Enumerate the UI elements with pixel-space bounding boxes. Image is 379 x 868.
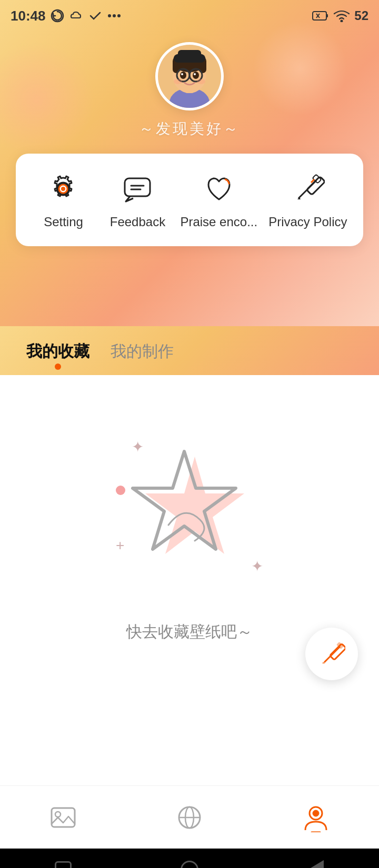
sync-icon — [50, 8, 65, 23]
username: ～发现美好～ — [139, 119, 240, 139]
checkmark-icon — [88, 8, 103, 23]
sparkle-tl: ✦ — [132, 438, 144, 456]
square-btn — [55, 861, 72, 868]
nav-explore[interactable] — [127, 786, 252, 849]
privacy-label: Privacy Policy — [268, 215, 347, 229]
feedback-action[interactable]: Feedback — [106, 170, 169, 229]
profile-nav-icon — [301, 803, 331, 832]
feedback-icon-wrap — [119, 170, 156, 207]
top-section: 10:48 — [0, 0, 379, 337]
svg-point-23 — [181, 73, 183, 75]
time-display: 10:48 — [11, 8, 46, 24]
battery-level: 52 — [354, 8, 368, 23]
wifi-icon — [333, 9, 350, 22]
praise-icon-wrap — [201, 170, 237, 207]
svg-rect-33 — [306, 176, 325, 195]
tabs-section: 我的收藏 我的制作 ✦ ✦ + — [0, 326, 379, 785]
svg-point-8 — [341, 20, 343, 23]
circle-btn — [181, 861, 198, 868]
fab-pencil-icon — [318, 640, 345, 668]
pencil-icon — [291, 172, 325, 206]
svg-point-25 — [174, 79, 182, 84]
svg-rect-30 — [125, 178, 150, 196]
status-right: 52 — [312, 8, 368, 23]
svg-marker-37 — [145, 457, 244, 554]
dots-icon — [107, 8, 122, 23]
blob2 — [253, 21, 347, 116]
pink-dot — [116, 486, 125, 495]
privacy-icon-wrap — [290, 170, 326, 207]
svg-point-48 — [313, 810, 319, 816]
feedback-label: Feedback — [110, 215, 165, 229]
status-bar: 10:48 — [0, 0, 379, 32]
android-nav — [0, 849, 379, 868]
svg-rect-5 — [326, 14, 328, 17]
gallery-nav-icon — [48, 803, 78, 832]
praise-action[interactable]: Praise enco... — [180, 170, 257, 229]
svg-point-22 — [193, 72, 199, 79]
nav-gallery[interactable] — [1, 786, 126, 849]
svg-rect-4 — [313, 12, 326, 20]
empty-text: 快去收藏壁纸吧～ — [126, 621, 253, 643]
tab-creations[interactable]: 我的制作 — [100, 326, 184, 375]
setting-action[interactable]: Setting — [32, 170, 95, 229]
svg-rect-16 — [178, 50, 201, 58]
svg-line-40 — [324, 647, 340, 662]
svg-rect-42 — [52, 808, 75, 827]
cloud-icon — [69, 8, 84, 23]
svg-point-29 — [61, 187, 65, 191]
privacy-action[interactable]: Privacy Policy — [268, 170, 347, 229]
avatar-image — [158, 45, 221, 108]
svg-point-26 — [197, 79, 205, 84]
svg-point-24 — [194, 73, 196, 75]
svg-point-3 — [117, 14, 121, 17]
avatar[interactable] — [155, 42, 224, 110]
sparkle-br: ✦ — [251, 558, 263, 575]
triangle-btn — [308, 860, 324, 868]
star-container: ✦ ✦ + — [100, 428, 279, 596]
bottom-nav — [0, 785, 379, 849]
content-area: ✦ ✦ + 快去收藏壁纸吧～ — [0, 375, 379, 785]
tabs-header: 我的收藏 我的制作 — [0, 326, 379, 375]
empty-state: ✦ ✦ + 快去收藏壁纸吧～ — [100, 407, 279, 643]
svg-point-43 — [55, 812, 61, 817]
tab-favorites[interactable]: 我的收藏 — [16, 326, 100, 375]
svg-point-21 — [180, 72, 186, 79]
setting-icon — [46, 172, 80, 206]
sparkle-bl: + — [116, 537, 124, 554]
battery-x-icon — [312, 9, 329, 22]
nav-profile[interactable] — [253, 786, 378, 849]
blob1 — [0, 42, 95, 158]
android-recent[interactable] — [50, 856, 76, 868]
svg-point-1 — [108, 14, 111, 17]
explore-nav-icon — [175, 803, 204, 832]
avatar-svg — [158, 45, 221, 108]
setting-label: Setting — [44, 215, 83, 229]
star-svg — [116, 441, 263, 583]
android-home[interactable] — [176, 856, 203, 868]
app-container: 10:48 — [0, 0, 379, 868]
fab-button[interactable] — [305, 628, 358, 680]
feedback-icon — [121, 172, 154, 206]
setting-icon-wrap — [45, 170, 82, 207]
status-left: 10:48 — [11, 8, 122, 24]
actions-card: Setting Feedback — [16, 154, 363, 246]
svg-point-2 — [113, 14, 116, 17]
heart-icon — [202, 172, 236, 206]
android-back[interactable] — [303, 856, 329, 868]
praise-label: Praise enco... — [180, 215, 257, 229]
svg-line-34 — [298, 180, 316, 198]
